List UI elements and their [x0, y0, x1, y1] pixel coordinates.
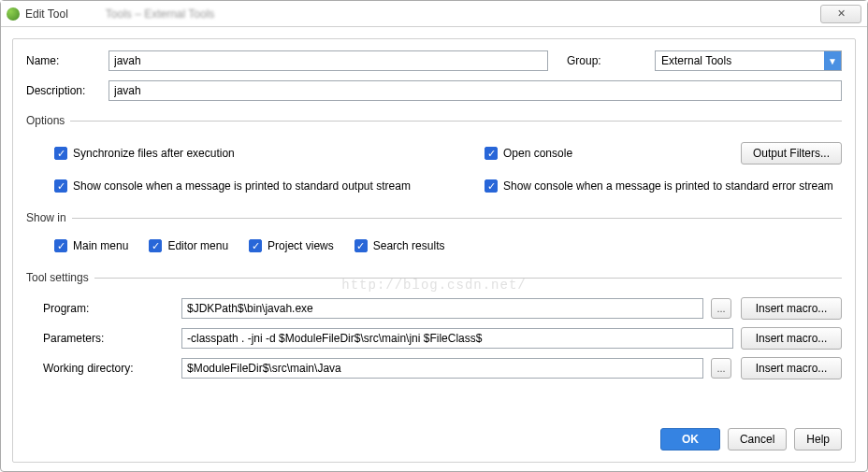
program-row: Program: ... Insert macro...	[43, 297, 842, 320]
ok-button[interactable]: OK	[660, 428, 720, 451]
params-insert-macro-button[interactable]: Insert macro...	[741, 327, 842, 350]
dialog-content: Name: Group: External Tools ▼ Descriptio…	[1, 27, 867, 470]
program-insert-macro-button[interactable]: Insert macro...	[741, 297, 842, 320]
options-legend: Options	[26, 114, 70, 127]
workdir-row: Working directory: ... Insert macro...	[43, 357, 842, 379]
chevron-down-icon: ▼	[824, 51, 841, 70]
workdir-label: Working directory:	[43, 362, 174, 375]
check-icon: ✓	[54, 239, 67, 252]
check-icon: ✓	[54, 147, 67, 160]
stderr-label: Show console when a message is printed t…	[503, 179, 833, 193]
stdout-checkbox[interactable]: ✓ Show console when a message is printed…	[54, 179, 485, 193]
showin-legend: Show in	[26, 211, 72, 224]
check-icon: ✓	[354, 239, 368, 252]
dialog-window: Edit Tool Tools – External Tools ✕ Name:…	[0, 0, 868, 472]
mainmenu-checkbox[interactable]: ✓ Main menu	[54, 239, 128, 252]
check-icon: ✓	[54, 179, 67, 193]
group-label: Group:	[567, 54, 642, 67]
editormenu-label: Editor menu	[167, 239, 228, 252]
help-button[interactable]: Help	[794, 428, 842, 451]
projectviews-label: Project views	[268, 239, 334, 252]
searchresults-checkbox[interactable]: ✓ Search results	[354, 239, 445, 252]
title-bar: Edit Tool Tools – External Tools ✕	[1, 1, 867, 27]
toolsettings-section: Tool settings Program: ... Insert macro.…	[26, 271, 842, 387]
check-icon: ✓	[485, 179, 498, 193]
open-console-label: Open console	[503, 147, 572, 160]
params-row: Parameters: Insert macro...	[43, 327, 842, 350]
params-input[interactable]	[181, 328, 733, 349]
dialog-footer: OK Cancel Help	[660, 428, 842, 451]
workdir-insert-macro-button[interactable]: Insert macro...	[741, 357, 842, 379]
window-title: Edit Tool	[25, 7, 68, 21]
searchresults-label: Search results	[373, 239, 445, 252]
mainmenu-label: Main menu	[73, 239, 128, 252]
workdir-browse-button[interactable]: ...	[711, 358, 731, 379]
app-icon	[7, 7, 20, 21]
description-input[interactable]	[108, 80, 842, 101]
sync-checkbox[interactable]: ✓ Synchronize files after execution	[54, 147, 485, 160]
output-filters-button[interactable]: Output Filters...	[741, 142, 842, 164]
showin-section: Show in ✓ Main menu ✓ Editor menu ✓ Proj…	[26, 211, 842, 258]
projectviews-checkbox[interactable]: ✓ Project views	[249, 239, 334, 252]
main-panel: Name: Group: External Tools ▼ Descriptio…	[12, 38, 856, 463]
editormenu-checkbox[interactable]: ✓ Editor menu	[149, 239, 228, 252]
description-label: Description:	[26, 84, 101, 97]
cancel-button[interactable]: Cancel	[728, 428, 787, 451]
desc-row: Description:	[26, 80, 842, 101]
group-select[interactable]: External Tools ▼	[655, 50, 842, 71]
params-label: Parameters:	[43, 332, 174, 345]
program-label: Program:	[43, 302, 174, 315]
stdout-label: Show console when a message is printed t…	[73, 179, 411, 193]
title-ghost: Tools – External Tools	[106, 7, 215, 21]
open-console-checkbox[interactable]: ✓ Open console	[485, 147, 741, 160]
options-section: Options ✓ Synchronize files after execut…	[26, 114, 842, 198]
check-icon: ✓	[485, 147, 498, 160]
close-button[interactable]: ✕	[820, 5, 861, 23]
check-icon: ✓	[149, 239, 162, 252]
sync-label: Synchronize files after execution	[73, 147, 235, 160]
program-browse-button[interactable]: ...	[711, 298, 731, 319]
workdir-input[interactable]	[181, 358, 703, 379]
program-input[interactable]	[181, 298, 703, 319]
toolsettings-legend: Tool settings	[26, 271, 94, 284]
name-row: Name: Group: External Tools ▼	[26, 50, 842, 71]
name-input[interactable]	[108, 50, 548, 71]
stderr-checkbox[interactable]: ✓ Show console when a message is printed…	[485, 179, 842, 193]
check-icon: ✓	[249, 239, 262, 252]
name-label: Name:	[26, 54, 101, 67]
group-value: External Tools	[661, 54, 731, 67]
